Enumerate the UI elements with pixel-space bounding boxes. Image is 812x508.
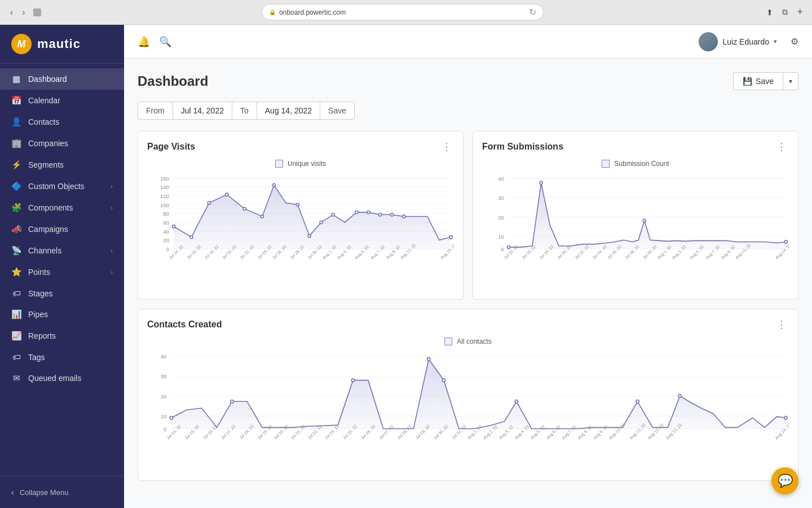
sidebar-item-dashboard[interactable]: ▦ Dashboard — [0, 68, 124, 90]
form-submissions-menu-button[interactable]: ⋮ — [774, 141, 789, 153]
settings-button[interactable]: ⚙ — [791, 36, 798, 47]
sidebar-item-contacts[interactable]: 👤 Contacts — [0, 111, 124, 133]
svg-point-25 — [296, 203, 299, 206]
user-menu[interactable]: Luiz Eduardo ▾ — [699, 32, 777, 51]
sidebar-item-calendar[interactable]: 📅 Calendar — [0, 90, 124, 111]
page-visits-legend-label: Unique visits — [288, 160, 326, 168]
sidebar-label-campaigns: Campaigns — [28, 225, 68, 234]
notifications-button[interactable]: 🔔 — [138, 36, 150, 48]
svg-point-91 — [170, 417, 173, 419]
svg-point-26 — [308, 234, 311, 237]
date-filter-bar: From Jul 14, 2022 To Aug 14, 2022 Save — [138, 102, 798, 120]
contacts-created-menu-button[interactable]: ⋮ — [774, 318, 789, 331]
svg-point-27 — [320, 221, 323, 224]
url-bar[interactable]: 🔒 onboard.powertic.com ↻ — [262, 4, 544, 20]
sidebar-icon-tags: 🏷 — [11, 352, 21, 362]
svg-point-22 — [243, 207, 246, 210]
svg-point-61 — [507, 246, 510, 248]
sidebar-item-points[interactable]: ⭐ Points › — [0, 261, 124, 283]
from-label: From — [138, 102, 173, 120]
to-date-value[interactable]: Aug 14, 2022 — [257, 102, 320, 120]
sidebar-item-companies[interactable]: 🏢 Companies — [0, 133, 124, 154]
sidebar-label-stages: Stages — [28, 289, 53, 298]
save-dropdown-button[interactable]: ▾ — [783, 72, 798, 90]
svg-text:20: 20 — [163, 237, 169, 243]
sidebar-icon-stages: 🏷 — [11, 288, 21, 298]
svg-point-18 — [172, 225, 175, 228]
forward-button[interactable]: › — [19, 6, 28, 19]
collapse-menu-button[interactable]: ‹ Collapse Menu — [11, 483, 113, 501]
refresh-icon[interactable]: ↻ — [529, 7, 536, 17]
sidebar-icon-calendar: 📅 — [11, 95, 21, 106]
save-button[interactable]: 💾 Save — [733, 72, 783, 90]
sidebar-label-components: Components — [28, 203, 73, 212]
contacts-created-legend-box — [444, 338, 452, 345]
back-button[interactable]: ‹ — [7, 6, 16, 19]
page-content: Dashboard 💾 Save ▾ From Jul 14, 2022 To … — [124, 59, 812, 508]
sidebar-label-companies: Companies — [28, 139, 68, 148]
svg-point-32 — [391, 213, 394, 216]
svg-text:0: 0 — [164, 426, 166, 432]
form-submissions-chart: 40 30 20 10 0 — [482, 172, 789, 290]
page-visits-legend-box — [275, 160, 283, 168]
sidebar-item-queued-emails[interactable]: ✉ Queued emails — [0, 367, 124, 389]
svg-point-93 — [351, 379, 354, 382]
sidebar-label-custom-objects: Custom Objects — [28, 182, 85, 191]
sidebar-item-channels[interactable]: 📡 Channels › — [0, 240, 124, 261]
avatar — [699, 32, 718, 51]
svg-text:20: 20 — [498, 214, 504, 221]
svg-text:Aug 9, 22: Aug 9, 22 — [592, 424, 608, 440]
svg-point-63 — [643, 219, 646, 222]
sidebar-item-custom-objects[interactable]: 🔷 Custom Objects › — [0, 176, 124, 197]
topbar: 🔔 🔍 Luiz Eduardo ▾ ⚙ — [124, 25, 812, 59]
sidebar-item-pipes[interactable]: 📊 Pipes — [0, 304, 124, 325]
svg-text:0: 0 — [166, 246, 169, 252]
sidebar-label-calendar: Calendar — [28, 96, 60, 105]
sidebar-icon-pipes: 📊 — [11, 309, 21, 319]
page-visits-legend: Unique visits — [147, 160, 454, 168]
from-date-value[interactable]: Jul 14, 2022 — [173, 102, 232, 120]
sidebar-item-reports[interactable]: 📈 Reports — [0, 325, 124, 347]
form-submissions-legend-box — [602, 160, 610, 168]
svg-point-28 — [332, 213, 334, 216]
sidebar-item-segments[interactable]: ⚡ Segments — [0, 154, 124, 176]
sidebar-label-segments: Segments — [28, 160, 64, 169]
svg-text:Aug 1, 22: Aug 1, 22 — [466, 424, 483, 440]
svg-text:40: 40 — [498, 176, 504, 182]
chevron-icon-custom-objects: › — [111, 183, 113, 190]
tab-button[interactable]: ⧉ — [780, 5, 790, 19]
svg-point-62 — [540, 181, 542, 184]
svg-point-95 — [442, 379, 445, 382]
share-button[interactable]: ⬆ — [764, 5, 775, 19]
form-submissions-svg: 40 30 20 10 0 — [482, 172, 789, 290]
svg-text:40: 40 — [161, 353, 167, 360]
svg-point-92 — [231, 400, 233, 403]
search-button[interactable]: 🔍 — [159, 36, 171, 48]
sidebar-nav: ▦ Dashboard 📅 Calendar 👤 Contacts 🏢 Comp… — [0, 64, 124, 476]
user-chevron-icon: ▾ — [774, 38, 777, 45]
sidebar-item-campaigns[interactable]: 📣 Campaigns — [0, 218, 124, 240]
to-label: To — [232, 102, 257, 120]
page-visits-menu-button[interactable]: ⋮ — [439, 141, 454, 153]
sidebar-item-stages[interactable]: 🏷 Stages — [0, 283, 124, 304]
sidebar-logo[interactable]: M mautic — [0, 25, 124, 64]
sidebar-label-reports: Reports — [28, 331, 56, 340]
sidebar-icon-companies: 🏢 — [11, 138, 21, 148]
chevron-icon-points: › — [111, 269, 113, 275]
form-submissions-title: Form Submissions — [482, 142, 774, 152]
url-text: onboard.powertic.com — [279, 8, 346, 16]
page-visits-svg: 160 140 120 100 80 60 40 20 0 — [147, 172, 454, 290]
date-save-button[interactable]: Save — [320, 102, 355, 120]
sidebar-label-channels: Channels — [28, 246, 61, 255]
sidebar-item-tags[interactable]: 🏷 Tags — [0, 347, 124, 367]
save-icon: 💾 — [743, 77, 752, 86]
svg-text:Jul 21, 22: Jul 21, 22 — [290, 424, 306, 440]
svg-text:Aug 10, 22: Aug 10, 22 — [608, 422, 626, 440]
browser-square-btn[interactable] — [33, 8, 41, 16]
page-visits-header: Page Visits ⋮ — [147, 141, 454, 153]
new-tab-button[interactable]: + — [795, 5, 805, 19]
chat-bubble-button[interactable]: 💬 — [771, 467, 798, 494]
svg-point-29 — [355, 211, 358, 214]
form-submissions-card: Form Submissions ⋮ Submission Count 40 3… — [473, 131, 798, 300]
sidebar-item-components[interactable]: 🧩 Components › — [0, 197, 124, 218]
